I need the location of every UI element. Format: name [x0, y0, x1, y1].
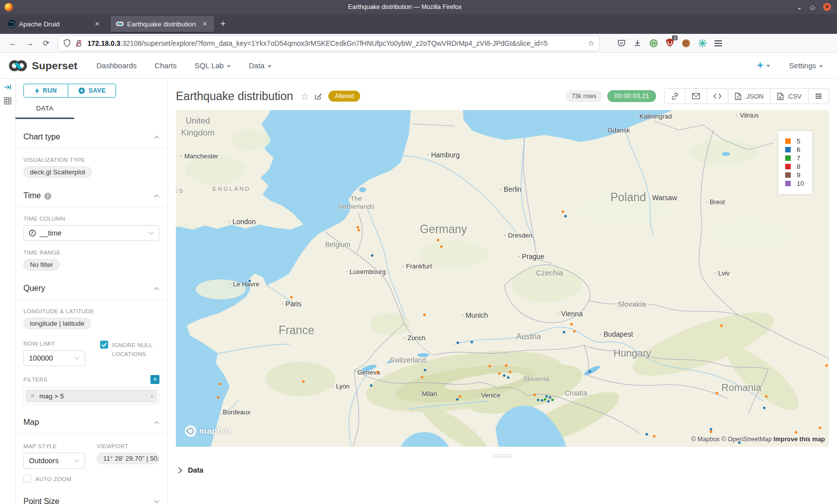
back-icon[interactable]: ← [9, 39, 17, 48]
email-button[interactable] [685, 89, 706, 104]
earthquake-point[interactable] [249, 280, 251, 282]
earthquake-point[interactable] [505, 365, 508, 367]
panel-drag-handle[interactable] [493, 455, 512, 457]
row-limit-select[interactable]: 100000 [23, 350, 85, 366]
earthquake-point[interactable] [544, 398, 547, 401]
earthquake-point[interactable] [562, 211, 564, 213]
bookmark-star-icon[interactable]: ☆ [588, 39, 594, 48]
earthquake-point[interactable] [459, 395, 461, 398]
run-button[interactable]: RUN [24, 84, 68, 97]
edit-icon[interactable] [314, 92, 322, 100]
earthquake-point[interactable] [421, 376, 423, 378]
earthquake-point[interactable] [795, 431, 798, 434]
earthquake-point[interactable] [456, 398, 459, 401]
new-tab-icon[interactable]: + [220, 18, 226, 29]
earthquake-point[interactable] [489, 365, 491, 368]
more-options-button[interactable] [808, 89, 829, 104]
earthquake-point[interactable] [763, 407, 766, 409]
add-filter-button[interactable]: + [150, 375, 159, 384]
attribution-mapbox-link[interactable]: © Mapbox [691, 436, 719, 443]
reload-icon[interactable]: ⟳ [43, 38, 49, 48]
insecure-lock-icon[interactable] [75, 39, 82, 47]
url-text[interactable]: 172.18.0.3:32108/superset/explore/?form_… [87, 39, 584, 47]
section-query[interactable]: Query [15, 284, 167, 300]
downloads-icon[interactable] [633, 39, 642, 47]
dataset-grid-icon[interactable] [4, 97, 11, 105]
mapbox-logo[interactable]: mapbox [185, 425, 233, 437]
earthquake-point[interactable] [646, 433, 648, 436]
earthquake-point[interactable] [563, 331, 565, 334]
earthquake-point[interactable] [440, 246, 443, 248]
earthquake-point[interactable] [471, 341, 473, 344]
earthquake-point[interactable] [549, 396, 552, 399]
earthquake-point[interactable] [720, 325, 723, 327]
viewport-value[interactable]: 11° 28' 29.70" | 50... [97, 453, 159, 464]
container-ext-icon[interactable] [698, 39, 707, 48]
time-column-select[interactable]: __time [23, 225, 159, 241]
tab-close-icon[interactable]: ✕ [93, 19, 102, 28]
window-minimize-icon[interactable]: ⌄ [797, 3, 802, 11]
earthquake-point[interactable] [819, 427, 822, 429]
earthquake-point[interactable] [826, 365, 828, 367]
earthquake-point[interactable] [358, 229, 360, 232]
earthquake-point[interactable] [589, 371, 591, 373]
time-range-value[interactable]: No filter [23, 259, 60, 270]
tab-earthquake-distribution[interactable]: Earthquake distribution ✕ [111, 16, 214, 32]
earthquake-point[interactable] [710, 431, 712, 433]
earthquake-point[interactable] [765, 395, 768, 398]
earthquake-point[interactable] [217, 396, 220, 399]
earthquake-point[interactable] [370, 384, 373, 387]
filter-item[interactable]: ✕ mag > 5 › [25, 389, 157, 402]
nav-charts[interactable]: Charts [154, 61, 176, 70]
cookie-ext-icon[interactable] [682, 39, 691, 48]
extension-green-icon[interactable] [649, 39, 658, 48]
earthquake-point[interactable] [573, 330, 576, 333]
earthquake-point[interactable] [570, 323, 573, 326]
attribution-improve-link[interactable]: Improve this map [774, 436, 826, 443]
new-item-button[interactable]: + [757, 60, 770, 71]
tab-apache-druid[interactable]: Apache Druid ✕ [3, 16, 107, 32]
earthquake-point[interactable] [564, 215, 567, 218]
window-close-icon[interactable]: ✕ [823, 3, 831, 11]
pocket-icon[interactable] [617, 39, 626, 47]
tracking-shield-icon[interactable] [63, 39, 71, 47]
section-map[interactable]: Map [15, 418, 167, 434]
earthquake-point[interactable] [541, 399, 544, 402]
earthquake-point[interactable] [537, 399, 540, 401]
tab-close-icon[interactable]: ✕ [200, 19, 209, 28]
earthquake-point[interactable] [546, 395, 548, 398]
firefox-menu-icon[interactable] [714, 39, 722, 48]
window-maximize-icon[interactable]: ◇ [810, 3, 815, 11]
earthquake-point[interactable] [302, 380, 305, 383]
favorite-star-icon[interactable]: ☆ [300, 91, 309, 102]
map-style-select[interactable]: Outdoors [23, 453, 85, 469]
earthquake-point[interactable] [219, 383, 221, 385]
section-time[interactable]: Timei [15, 191, 167, 207]
deckgl-scatter-map[interactable]: UnitedKingdomENGLANDESTheNetherlandsBelg… [176, 110, 829, 447]
earthquake-point[interactable] [503, 375, 506, 377]
superset-brand[interactable]: Superset [8, 59, 77, 72]
remove-filter-icon[interactable]: ✕ [30, 392, 35, 399]
viz-type-value[interactable]: deck.gl Scatterplot [23, 166, 92, 178]
earthquake-point[interactable] [423, 314, 426, 316]
earthquake-point[interactable] [457, 342, 459, 344]
earthquake-point[interactable] [653, 435, 656, 438]
ignore-null-checkbox[interactable]: IGNORE NULL LOCATIONS [100, 341, 159, 359]
nav-data[interactable]: Data [249, 61, 272, 70]
earthquake-point[interactable] [437, 239, 439, 242]
earthquake-point[interactable] [290, 296, 293, 299]
ublock-icon[interactable]: 2 [666, 38, 674, 49]
earthquake-point[interactable] [548, 400, 550, 403]
attribution-osm-link[interactable]: © OpenStreetMap [721, 436, 772, 443]
earthquake-point[interactable] [552, 399, 554, 401]
earthquake-point[interactable] [377, 372, 379, 374]
filter-expand-icon[interactable]: › [151, 392, 153, 400]
export-csv-button[interactable]: .CSV [770, 89, 808, 104]
earthquake-point[interactable] [507, 377, 510, 379]
earthquake-point[interactable] [716, 392, 718, 394]
earthquake-point[interactable] [498, 373, 501, 375]
copy-link-button[interactable] [665, 89, 685, 104]
earthquake-point[interactable] [509, 371, 512, 374]
nav-dashboards[interactable]: Dashboards [96, 61, 137, 70]
export-json-button[interactable]: .JSON [728, 89, 770, 104]
